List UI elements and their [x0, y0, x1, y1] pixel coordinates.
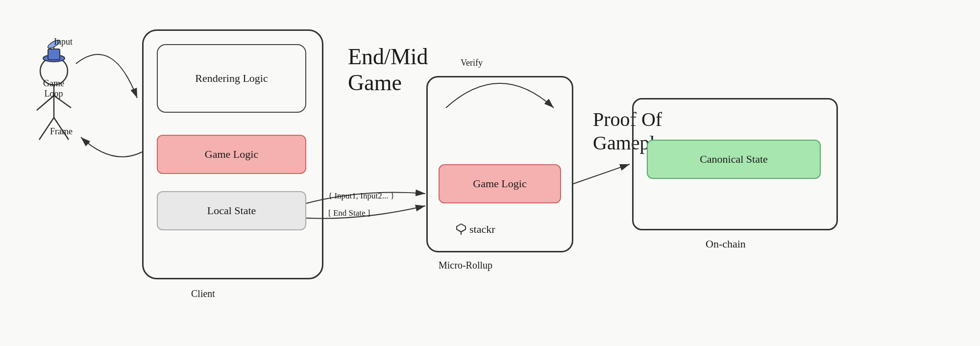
- game-logic-client-box: Game Logic: [157, 135, 306, 174]
- rendering-logic-box: Rendering Logic: [157, 44, 306, 113]
- game-logic-rollup-label: Game Logic: [473, 177, 526, 190]
- svg-rect-4: [48, 49, 60, 60]
- inputs-arrow-label: { Input1, Input2... }: [328, 191, 394, 201]
- game-logic-client-label: Game Logic: [205, 148, 258, 161]
- end-mid-game-label: End/MidGame: [348, 44, 428, 96]
- diagram-container: Input GameLoop Frame Client Rendering Lo…: [0, 0, 980, 346]
- rendering-logic-label: Rendering Logic: [195, 72, 268, 85]
- game-logic-rollup-box: Game Logic: [439, 164, 561, 203]
- svg-point-3: [43, 55, 65, 62]
- game-loop-label: GameLoop: [43, 78, 64, 99]
- canonical-state-label: Canonical State: [700, 153, 768, 166]
- verify-label: Verify: [461, 58, 483, 68]
- endstate-arrow-label: [ End State ]: [328, 208, 370, 218]
- local-state-box: Local State: [157, 191, 306, 230]
- input-label: Input: [54, 37, 73, 47]
- client-label: Client: [191, 288, 215, 299]
- stackr-logo: stackr: [456, 223, 495, 236]
- canonical-state-box: Canonical State: [647, 140, 821, 179]
- micro-rollup-label: Micro-Rollup: [439, 260, 492, 271]
- stackr-text: stackr: [469, 223, 495, 236]
- local-state-label: Local State: [207, 204, 256, 217]
- frame-label: Frame: [50, 126, 73, 137]
- onchain-label: On-chain: [706, 238, 746, 250]
